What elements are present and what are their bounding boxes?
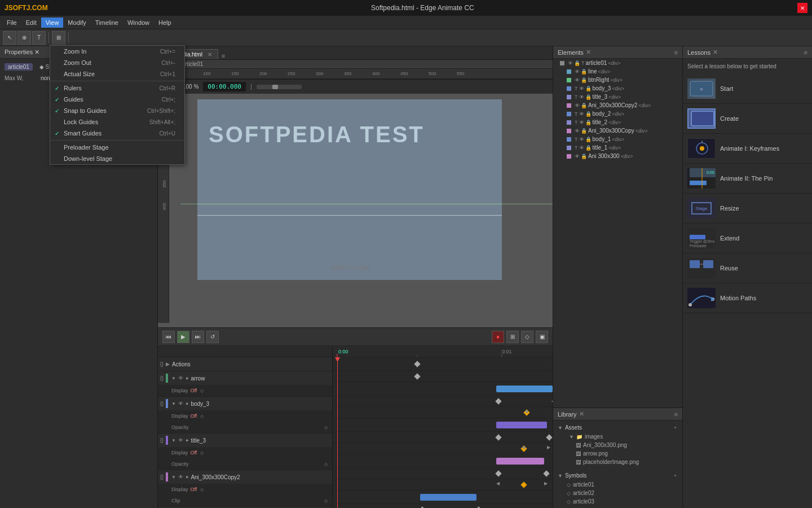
menu-window[interactable]: Window: [123, 17, 154, 28]
timeline-body: {} ▶ Actions {} ▼ 👁 ● arro: [158, 346, 553, 508]
symbols-folder[interactable]: ▼ Symbols ＋: [558, 471, 678, 480]
text-tool[interactable]: T: [32, 31, 46, 45]
symbols-add[interactable]: ＋: [673, 472, 678, 479]
assets-folder[interactable]: ▼ Assets ＋: [558, 423, 678, 432]
kf-arrow-diamond: [414, 373, 420, 379]
tl-easing[interactable]: ◇: [521, 331, 533, 343]
lesson-resize[interactable]: Stage Resize: [683, 194, 812, 224]
properties-title: Properties ✕: [5, 49, 39, 56]
elem-body3[interactable]: T 👁 🔒 body_3 <div>: [558, 84, 682, 93]
elements-options[interactable]: ✕: [586, 49, 591, 56]
tl-fastforward[interactable]: ⏭: [192, 331, 204, 343]
track-title3-main[interactable]: {} ▼ 👁 ● title_3: [158, 433, 332, 447]
lesson-animate2[interactable]: 0:00.250 Animate II: The Pin: [683, 164, 812, 194]
menu-modify[interactable]: Modify: [63, 17, 90, 28]
elem-line[interactable]: 👁 🔒 line <div>: [558, 67, 682, 76]
track-ani-copy2-main[interactable]: {} ▼ 👁 ● Ani_300x300Copy2: [158, 470, 332, 484]
assets-add[interactable]: ＋: [673, 424, 678, 431]
image-icon2: 🖼: [576, 451, 581, 457]
select-tool[interactable]: ↖: [3, 31, 16, 45]
svg-rect-26: [691, 111, 714, 126]
asset-placeholder[interactable]: 🖼 placeholderImage.png: [558, 458, 678, 466]
lesson-create[interactable]: Create: [683, 104, 812, 134]
asset-arrow[interactable]: 🖼 arrow.png: [558, 449, 678, 458]
symbol-article01[interactable]: ◇ article01: [558, 480, 678, 489]
close-button[interactable]: ✕: [797, 3, 807, 13]
menu-guides[interactable]: ✓ Guides Ctrl+;: [50, 94, 184, 105]
tl-ruler-label: [158, 346, 332, 357]
menu-zoom-out[interactable]: Zoom Out Ctrl+-: [50, 57, 184, 68]
breadcrumb: Stage / article01: [158, 60, 553, 69]
lessons-menu[interactable]: ≡: [804, 49, 807, 56]
elem-body2[interactable]: T 👁 🔒 body_2 <div>: [558, 110, 682, 118]
stage-wrapper: SOFTPEDIA TEST JSOFTJ.COM: [180, 94, 553, 323]
track-body3-main[interactable]: {} ▼ 👁 ● body_3: [158, 397, 332, 410]
lesson-start[interactable]: ≡ Start: [683, 74, 812, 104]
tl-record[interactable]: ●: [492, 331, 504, 343]
svg-text:400: 400: [162, 203, 167, 211]
tl-motion[interactable]: ▣: [536, 331, 548, 343]
track-ani-copy2-display: Display Off ◇: [158, 484, 332, 495]
tl-play[interactable]: ▶: [177, 331, 189, 343]
menu-edit[interactable]: Edit: [21, 17, 41, 28]
tl-back[interactable]: ↺: [206, 331, 219, 343]
library-header[interactable]: Library ✕ ≡: [553, 408, 682, 421]
timeline-controls: ⏮ ▶ ⏭ ↺ ● ⊞ ◇ ▣: [158, 328, 553, 346]
elem-ani-copy2[interactable]: 👁 🔒 Ani_300x300Copy2 <div>: [558, 101, 682, 110]
kf-title3-opacity-row: ◀ ▶: [333, 443, 553, 454]
lesson-extend[interactable]: Trigger @3ms Preloader Extend: [683, 224, 812, 253]
svg-point-28: [700, 146, 704, 151]
svg-rect-41: [703, 260, 713, 268]
track-ani-copy2-clip: Clip ◇: [158, 495, 332, 506]
tl-snap[interactable]: ⊞: [506, 331, 519, 343]
kf-body3-display-row: [333, 396, 553, 407]
symbol-article02[interactable]: ◇ article02: [558, 489, 678, 497]
elem-body1[interactable]: T 👁 🔒 body_1 <div>: [558, 135, 682, 143]
elem-title2[interactable]: T 👁 🔒 title_2 <div>: [558, 118, 682, 126]
elem-title1[interactable]: T 👁 🔒 title_1 <div>: [558, 143, 682, 152]
menu-help[interactable]: Help: [154, 17, 176, 28]
track-arrow-main[interactable]: {} ▼ 👁 ● arrow: [158, 371, 332, 385]
symbol-article03[interactable]: ◇ article03: [558, 497, 678, 506]
track-actions-main[interactable]: {} ▶ Actions: [158, 357, 332, 371]
menu-timeline[interactable]: Timeline: [91, 17, 123, 28]
elem-article01[interactable]: 👁 🔒 T article01 <div>: [558, 59, 682, 67]
tl-rewind[interactable]: ⏮: [162, 331, 175, 343]
menu-file[interactable]: File: [2, 17, 21, 28]
lessons-close[interactable]: ✕: [713, 49, 718, 56]
menu-rulers[interactable]: ✓ Rulers Ctrl+R: [50, 82, 184, 94]
color-strips: [553, 59, 558, 408]
library-options[interactable]: ✕: [579, 410, 584, 418]
menu-smart-guides[interactable]: ✓ Smart Guides Ctrl+U: [50, 128, 184, 139]
elem-btnright[interactable]: 👁 🔒 btnRight <div>: [558, 76, 682, 84]
elements-title: Elements: [558, 49, 584, 56]
kf-title3-main-row: [333, 418, 553, 432]
scrubber[interactable]: [257, 85, 302, 89]
lessons-header: Lessons ✕ ≡: [683, 46, 812, 59]
menu-zoom-in[interactable]: Zoom In Ctrl+=: [50, 46, 184, 57]
transform-tool[interactable]: ⊕: [17, 31, 31, 45]
lesson-animate1[interactable]: Animate I: Keyframes: [683, 134, 812, 164]
tab-options[interactable]: ≡: [222, 52, 225, 59]
menu-actual-size[interactable]: Actual Size Ctrl+1: [50, 68, 184, 80]
lesson-reuse[interactable]: Reuse: [683, 253, 812, 283]
stage-canvas[interactable]: SOFTPEDIA TEST JSOFTJ.COM: [197, 99, 502, 280]
track-title3: {} ▼ 👁 ● title_3 Display Off ◇: [158, 433, 332, 470]
elem-ani-copy[interactable]: 👁 🔒 Ani_300x300Copy <div>: [558, 126, 682, 135]
playhead[interactable]: [337, 357, 338, 508]
menu-down-level-stage[interactable]: Down-level Stage: [50, 153, 184, 164]
assets-images-folder[interactable]: ▼ 📁 images: [558, 432, 678, 441]
menu-view[interactable]: View: [41, 17, 64, 28]
elem-ani300[interactable]: 👁 🔒 Ani 300x300 <div>: [558, 152, 682, 160]
elem-title3[interactable]: T 👁 🔒 title_3 <div>: [558, 93, 682, 101]
menu-preloader-stage[interactable]: Preloader Stage: [50, 142, 184, 153]
asset-ani300[interactable]: 🖼 Ani_300x300.png: [558, 441, 678, 449]
library-menu[interactable]: ≡: [674, 411, 678, 418]
lesson-motion-paths[interactable]: Motion Paths: [683, 283, 812, 313]
track-actions: {} ▶ Actions: [158, 357, 332, 371]
menu-snap-guides[interactable]: ✓ Snap to Guides Ctrl+Shift+;: [50, 105, 184, 116]
elements-menu[interactable]: ≡: [674, 49, 678, 56]
library-title: Library: [558, 411, 577, 418]
menu-lock-guides[interactable]: Lock Guides Shift+Alt+;: [50, 116, 184, 128]
grid-tool[interactable]: ⊞: [52, 31, 65, 45]
